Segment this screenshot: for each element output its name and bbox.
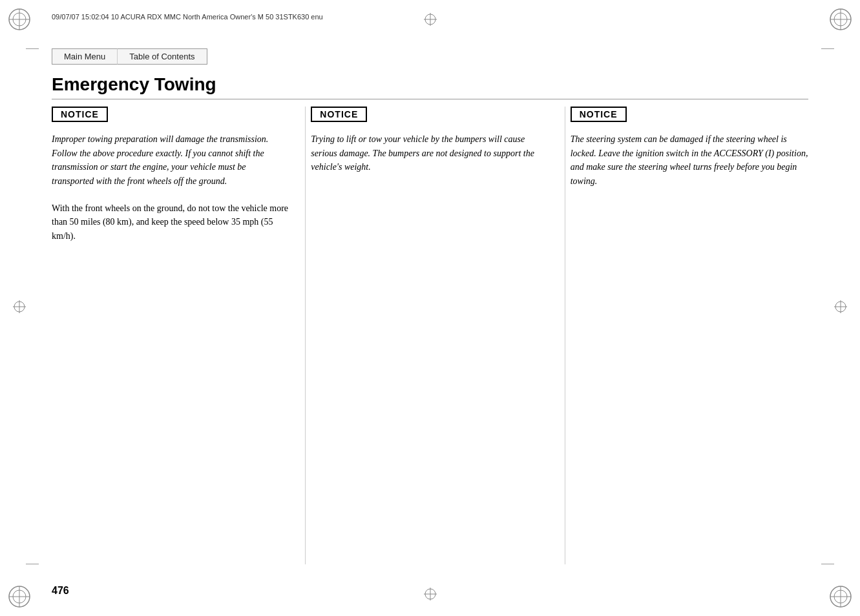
- crosshair-bottom: [423, 586, 438, 604]
- notice-text-2: Trying to lift or tow your vehicle by th…: [311, 132, 549, 174]
- column-2: NOTICE Trying to lift or tow your vehicl…: [306, 107, 565, 564]
- page-container: 09/07/07 15:02:04 10 ACURA RDX MMC North…: [0, 0, 860, 616]
- side-mark-left-top: [26, 48, 39, 49]
- notice-badge-3: NOTICE: [571, 107, 627, 122]
- corner-decoration-tl: [6, 6, 32, 32]
- print-info: 09/07/07 15:02:04 10 ACURA RDX MMC North…: [52, 13, 323, 21]
- column-3: NOTICE The steering system can be damage…: [565, 107, 808, 564]
- corner-decoration-tr: [828, 6, 854, 32]
- notice-badge-1: NOTICE: [52, 107, 108, 122]
- side-mark-left-bottom: [26, 564, 39, 564]
- main-menu-button[interactable]: Main Menu: [52, 48, 118, 65]
- column-1: NOTICE Improper towing preparation will …: [52, 107, 306, 564]
- table-of-contents-button[interactable]: Table of Contents: [118, 48, 207, 65]
- nav-buttons: Main Menu Table of Contents: [52, 48, 207, 65]
- meta-line: 09/07/07 15:02:04 10 ACURA RDX MMC North…: [52, 13, 808, 21]
- notice-text-3: The steering system can be damaged if th…: [571, 132, 808, 189]
- notice-badge-2: NOTICE: [311, 107, 367, 122]
- side-mark-right-top: [821, 48, 834, 49]
- corner-decoration-bl: [6, 584, 32, 610]
- notice-text-1: Improper towing preparation will damage …: [52, 132, 289, 189]
- crosshair-right: [833, 299, 848, 317]
- page-number: 476: [52, 585, 69, 597]
- side-mark-right-bottom: [821, 564, 834, 564]
- corner-decoration-br: [828, 584, 854, 610]
- body-text-1: With the front wheels on the ground, do …: [52, 201, 289, 243]
- content-area: NOTICE Improper towing preparation will …: [52, 107, 808, 564]
- crosshair-left: [12, 299, 27, 317]
- page-title: Emergency Towing: [52, 74, 808, 99]
